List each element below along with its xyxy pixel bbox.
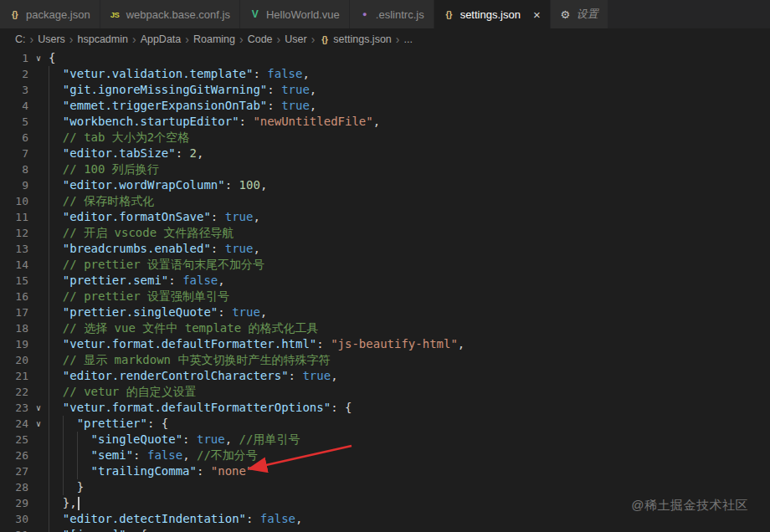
code-line-6[interactable]: 6// tab 大小为2个空格 (0, 130, 770, 146)
line-number: 13 (0, 241, 28, 257)
fold-spacer (28, 82, 49, 98)
breadcrumb-item[interactable]: User (283, 33, 308, 45)
code-text: // tab 大小为2个空格 (49, 130, 189, 146)
fold-chevron-icon[interactable]: ∨ (28, 400, 49, 416)
code-line-4[interactable]: 4"emmet.triggerExpansionOnTab": true, (0, 98, 770, 114)
code-line-5[interactable]: 5"workbench.startupEditor": "newUntitled… (0, 114, 770, 130)
code-line-17[interactable]: 17"prettier.singleQuote": true, (0, 304, 770, 320)
vscode-window: { "tabs": [ {"id": "package-json", "labe… (0, 0, 770, 532)
code-line-18[interactable]: 18// 选择 vue 文件中 template 的格式化工具 (0, 320, 770, 336)
line-number: 11 (0, 209, 28, 225)
js-file-icon: JS (110, 10, 121, 19)
code-line-14[interactable]: 14// prettier 设置语句末尾不加分号 (0, 257, 770, 273)
line-number: 16 (0, 289, 28, 304)
fold-spacer (28, 146, 49, 161)
line-number: 14 (0, 257, 28, 273)
tab-helloworld-vue[interactable]: VHelloWorld.vue (240, 0, 350, 28)
code-text: "editor.detectIndentation": false, (49, 511, 302, 527)
breadcrumb-item[interactable]: Code (246, 33, 275, 45)
tab-label: HelloWorld.vue (266, 8, 340, 21)
code-text: { (49, 50, 55, 66)
tab-webpack-base-conf-js[interactable]: JSwebpack.base.conf.js (100, 0, 240, 28)
tab-label: .eslintrc.js (376, 8, 424, 21)
code-text: "emmet.triggerExpansionOnTab": true, (49, 98, 316, 114)
code-text: "singleQuote": true, //用单引号 (49, 432, 300, 448)
fold-spacer (28, 130, 49, 146)
code-line-10[interactable]: 10// 保存时格式化 (0, 193, 770, 209)
json-file-icon: {} (444, 9, 454, 19)
code-text: "editor.tabSize": 2, (49, 146, 203, 161)
fold-spacer (28, 384, 49, 400)
code-text: "git.ignoreMissingGitWarning": true, (49, 82, 316, 98)
watermark: @稀土掘金技术社区 (631, 498, 748, 514)
line-number: 10 (0, 193, 28, 209)
fold-chevron-icon[interactable]: ∨ (28, 416, 49, 432)
line-number: 18 (0, 320, 28, 336)
code-text: "editor.wordWrapColumn": 100, (49, 177, 267, 193)
line-number: 29 (0, 495, 28, 511)
code-editor[interactable]: 1∨{2"vetur.validation.template": false,3… (0, 50, 770, 532)
code-text: "prettier.semi": false, (49, 273, 225, 289)
code-line-19[interactable]: 19"vetur.format.defaultFormatter.html": … (0, 336, 770, 352)
fold-chevron-icon[interactable]: ∨ (28, 50, 49, 66)
line-number: 7 (0, 146, 28, 161)
breadcrumb-separator: › (69, 33, 74, 46)
code-line-24[interactable]: 24∨"prettier": { (0, 416, 770, 432)
code-line-1[interactable]: 1∨{ (0, 50, 770, 66)
code-text: "vetur.validation.template": false, (49, 66, 310, 82)
code-text: // 显示 markdown 中英文切换时产生的特殊字符 (49, 352, 330, 368)
code-line-9[interactable]: 9"editor.wordWrapColumn": 100, (0, 177, 770, 193)
code-line-2[interactable]: 2"vetur.validation.template": false, (0, 66, 770, 82)
line-number: 19 (0, 336, 28, 352)
tab-settings-json[interactable]: {}settings.json× (434, 0, 551, 28)
line-number: 15 (0, 273, 28, 289)
code-line-31[interactable]: 31"[jsonc]": { (0, 527, 770, 532)
code-text: // 100 列后换行 (49, 161, 159, 177)
code-line-12[interactable]: 12// 开启 vscode 文件路径导航 (0, 225, 770, 241)
tab-eslintrc-js[interactable]: ●.eslintrc.js (350, 0, 434, 28)
fold-spacer (28, 257, 49, 273)
code-line-16[interactable]: 16// prettier 设置强制单引号 (0, 289, 770, 304)
code-text: "trailingComma": "none" (49, 463, 253, 479)
tab-settings-ui[interactable]: ⚙设置 (551, 0, 608, 28)
code-line-15[interactable]: 15"prettier.semi": false, (0, 273, 770, 289)
fold-spacer (28, 98, 49, 114)
fold-spacer (28, 352, 49, 368)
code-line-7[interactable]: 7"editor.tabSize": 2, (0, 146, 770, 161)
code-line-28[interactable]: 28} (0, 479, 770, 495)
line-number: 2 (0, 66, 28, 82)
code-line-3[interactable]: 3"git.ignoreMissingGitWarning": true, (0, 82, 770, 98)
breadcrumb-item[interactable]: AppData (139, 33, 183, 45)
tab-package-json[interactable]: {}package.json (0, 0, 100, 28)
tab-close-icon[interactable]: × (533, 8, 541, 21)
code-line-21[interactable]: 21"editor.renderControlCharacters": true… (0, 368, 770, 384)
breadcrumb-item[interactable]: {}settings.json (317, 33, 393, 45)
line-number: 23 (0, 400, 28, 416)
code-line-8[interactable]: 8// 100 列后换行 (0, 161, 770, 177)
fold-spacer (28, 527, 49, 532)
code-text: "editor.renderControlCharacters": true, (49, 368, 338, 384)
tab-label: package.json (26, 8, 90, 21)
breadcrumb-item[interactable]: Roaming (192, 33, 237, 45)
line-number: 28 (0, 479, 28, 495)
fold-spacer (28, 495, 49, 511)
code-line-23[interactable]: 23∨"vetur.format.defaultFormatterOptions… (0, 400, 770, 416)
code-line-27[interactable]: 27"trailingComma": "none" (0, 463, 770, 479)
code-line-22[interactable]: 22// vetur 的自定义设置 (0, 384, 770, 400)
code-text: "vetur.format.defaultFormatterOptions": … (49, 400, 352, 416)
vue-file-icon: V (249, 8, 260, 20)
line-number: 21 (0, 368, 28, 384)
code-line-26[interactable]: 26"semi": false, //不加分号 (0, 448, 770, 463)
breadcrumb-item[interactable]: ... (402, 33, 413, 45)
breadcrumb-item[interactable]: hspcadmin (76, 33, 130, 45)
code-line-13[interactable]: 13"breadcrumbs.enabled": true, (0, 241, 770, 257)
line-number: 5 (0, 114, 28, 130)
breadcrumb-item[interactable]: C: (13, 33, 28, 45)
line-number: 9 (0, 177, 28, 193)
code-line-25[interactable]: 25"singleQuote": true, //用单引号 (0, 432, 770, 448)
breadcrumb-item[interactable]: Users (36, 33, 67, 45)
breadcrumb: C:›Users›hspcadmin›AppData›Roaming›Code›… (0, 28, 770, 50)
code-line-20[interactable]: 20// 显示 markdown 中英文切换时产生的特殊字符 (0, 352, 770, 368)
line-number: 3 (0, 82, 28, 98)
code-line-11[interactable]: 11"editor.formatOnSave": true, (0, 209, 770, 225)
